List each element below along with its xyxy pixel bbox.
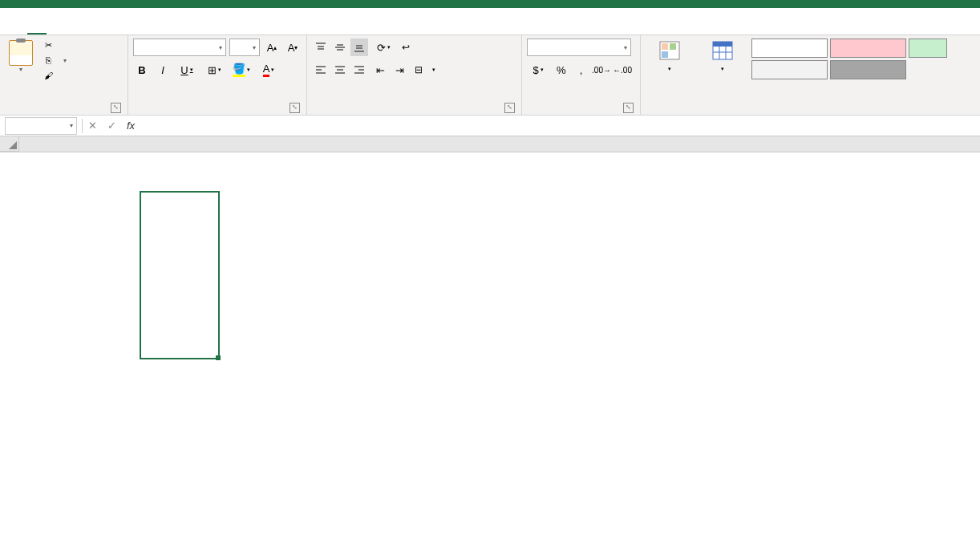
style-calculation[interactable] [751,60,828,79]
decrease-decimal-button[interactable]: ←.00 [614,61,631,79]
ribbon-tabs [0,8,980,35]
wrap-text-button[interactable]: ↩ [399,39,416,56]
paste-button[interactable]: ▾ [5,39,37,82]
style-normal[interactable] [751,39,828,58]
grow-font-button[interactable]: A▴ [263,39,281,56]
align-middle-button[interactable] [331,39,349,56]
fill-color-button[interactable]: 🪣▾ [229,61,253,79]
paste-icon [9,40,33,66]
alignment-group-label: ⤡ [312,100,516,113]
tab-file[interactable] [6,23,26,34]
font-color-icon: A [263,63,270,77]
conditional-formatting-icon [658,40,681,61]
merge-center-button[interactable]: ⊟▾ [411,61,439,79]
conditional-formatting-button[interactable]: ▾ [646,39,694,74]
alignment-dialog-launcher[interactable]: ⤡ [504,103,515,113]
clipboard-dialog-launcher[interactable]: ⤡ [111,103,121,113]
svg-rect-21 [662,51,668,58]
percent-button[interactable]: % [553,61,569,79]
selection-marquee [140,191,220,359]
worksheet-grid[interactable] [0,136,980,557]
accounting-button[interactable]: $▾ [527,61,549,79]
font-size-combo[interactable]: ▾ [229,39,260,56]
style-check-cell[interactable] [830,60,906,79]
copy-button[interactable]: ⎘▾ [40,54,69,67]
select-all-corner[interactable] [0,136,19,152]
increase-decimal-button[interactable]: .00→ [593,61,610,79]
cancel-formula-button[interactable]: ✕ [83,117,102,135]
copy-icon: ⎘ [43,55,54,66]
format-as-table-button[interactable]: ▾ [699,39,747,74]
font-group-label: ⤡ [133,100,302,113]
number-group-label: ⤡ [527,100,635,113]
enter-formula-button[interactable]: ✓ [102,117,121,135]
increase-indent-button[interactable]: ⇥ [391,61,408,79]
tab-help[interactable] [215,23,234,34]
name-box[interactable]: ▾ [5,117,77,135]
align-center-button[interactable] [331,61,349,79]
tab-view[interactable] [173,23,192,34]
number-format-combo[interactable]: ▾ [527,39,631,56]
style-good[interactable] [909,39,947,58]
decrease-indent-button[interactable]: ⇤ [371,61,389,79]
title-bar [0,0,980,8]
style-explanatory[interactable] [909,60,947,79]
shrink-font-button[interactable]: A▾ [284,39,302,56]
formula-bar: ▾ ✕ ✓ fx [0,116,980,136]
svg-rect-23 [713,42,732,47]
tab-review[interactable] [152,23,172,34]
tab-page-layout[interactable] [90,23,109,34]
align-left-button[interactable] [312,61,330,79]
style-bad[interactable] [830,39,906,58]
bucket-icon: 🪣 [233,63,245,77]
cut-button[interactable]: ✂ [40,39,69,51]
ribbon: ▾ ✂ ⎘▾ 🖌 ⤡ ▾ ▾ A▴ A▾ B I U▾ ⊞▾ 🪣▾ [0,35,980,116]
orientation-button[interactable]: ⟳▾ [371,39,395,56]
number-dialog-launcher[interactable]: ⤡ [623,103,634,113]
tab-insert[interactable] [48,23,67,34]
tab-data[interactable] [132,23,151,34]
comma-button[interactable]: , [573,61,589,79]
align-top-button[interactable] [312,39,330,56]
clipboard-group-label: ⤡ [5,100,123,113]
tab-developer[interactable] [194,23,213,34]
fill-handle[interactable] [216,355,221,360]
orientation-icon: ⟳ [377,42,386,54]
font-color-button[interactable]: A▾ [257,61,281,79]
tab-formulas[interactable] [111,23,130,34]
font-dialog-launcher[interactable]: ⤡ [290,103,300,113]
tab-draw[interactable] [69,23,88,34]
format-painter-button[interactable]: 🖌 [40,69,69,82]
underline-button[interactable]: U▾ [175,61,199,79]
insert-function-button[interactable]: fx [121,117,140,135]
svg-rect-20 [670,43,676,50]
styles-group-label [646,100,975,113]
scissors-icon: ✂ [43,39,54,51]
border-button[interactable]: ⊞▾ [202,61,226,79]
table-icon [711,40,734,61]
font-name-combo[interactable]: ▾ [133,39,226,56]
tab-home[interactable] [27,22,47,34]
bold-button[interactable]: B [133,61,151,79]
italic-button[interactable]: I [154,61,172,79]
border-icon: ⊞ [208,64,217,76]
wrap-icon: ↩ [402,42,410,53]
align-right-button[interactable] [350,61,368,79]
brush-icon: 🖌 [43,70,54,81]
svg-rect-19 [662,43,668,50]
align-bottom-button[interactable] [350,39,368,56]
merge-icon: ⊟ [415,64,423,75]
